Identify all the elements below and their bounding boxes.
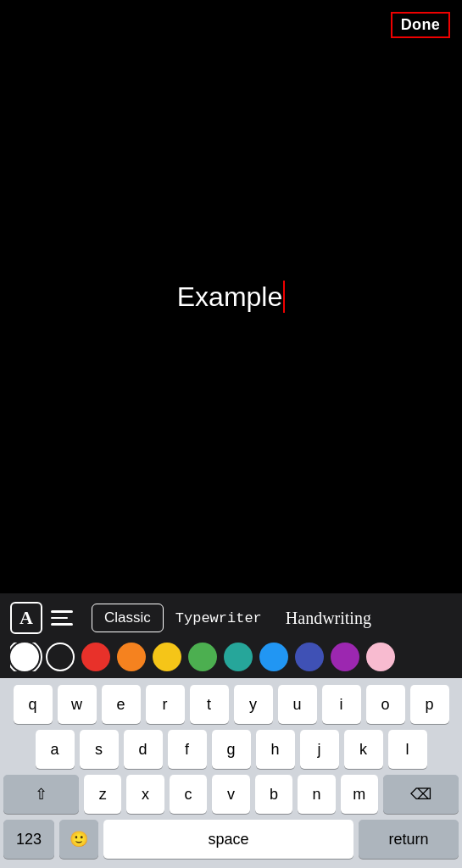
font-icon-label: A <box>19 607 33 629</box>
key-d[interactable]: d <box>124 730 163 769</box>
color-swatch-white-outline[interactable] <box>46 643 75 671</box>
color-swatch-pink[interactable] <box>366 643 395 671</box>
key-r[interactable]: r <box>146 685 185 724</box>
emoji-key[interactable]: 🙂 <box>59 820 98 859</box>
keyboard-area: q w e r t y u i o p a s d f g h j k l ⇧ … <box>0 678 462 868</box>
key-c[interactable]: c <box>170 775 207 814</box>
key-y[interactable]: y <box>234 685 273 724</box>
text-align-button[interactable] <box>51 602 83 634</box>
key-g[interactable]: g <box>212 730 251 769</box>
key-a[interactable]: a <box>36 730 75 769</box>
shift-key[interactable]: ⇧ <box>3 775 79 814</box>
color-row <box>10 643 452 671</box>
key-v[interactable]: v <box>212 775 249 814</box>
keyboard-row-bottom: 123 🙂 space return <box>3 820 459 859</box>
color-swatch-green[interactable] <box>188 643 217 671</box>
key-u[interactable]: u <box>278 685 317 724</box>
key-s[interactable]: s <box>80 730 119 769</box>
key-j[interactable]: j <box>300 730 339 769</box>
font-style-classic[interactable]: Classic <box>92 604 164 632</box>
canvas-area: Done Example <box>0 0 462 593</box>
font-style-typewriter[interactable]: Typewriter <box>164 605 274 632</box>
font-style-handwriting[interactable]: Handwriting <box>274 604 383 633</box>
key-p[interactable]: p <box>410 685 449 724</box>
color-swatch-orange[interactable] <box>117 643 146 671</box>
color-swatch-teal[interactable] <box>224 643 253 671</box>
text-cursor <box>283 281 285 313</box>
delete-key[interactable]: ⌫ <box>383 775 459 814</box>
color-swatch-yellow[interactable] <box>153 643 181 671</box>
space-key[interactable]: space <box>103 820 353 859</box>
color-swatch-red[interactable] <box>81 643 110 671</box>
key-b[interactable]: b <box>255 775 292 814</box>
keyboard-row-1: q w e r t y u i o p <box>3 685 459 724</box>
key-w[interactable]: w <box>58 685 97 724</box>
delete-icon: ⌫ <box>410 785 431 804</box>
key-z[interactable]: z <box>84 775 121 814</box>
key-h[interactable]: h <box>256 730 295 769</box>
return-key[interactable]: return <box>359 820 459 859</box>
align-line-3 <box>51 623 73 626</box>
align-line-1 <box>51 610 73 613</box>
key-t[interactable]: t <box>190 685 229 724</box>
color-swatch-purple[interactable] <box>331 643 359 671</box>
key-e[interactable]: e <box>102 685 141 724</box>
key-o[interactable]: o <box>366 685 405 724</box>
done-button[interactable]: Done <box>391 12 450 38</box>
font-row: A Classic Typewriter Handwriting <box>10 602 452 634</box>
key-i[interactable]: i <box>322 685 361 724</box>
toolbar-area: A Classic Typewriter Handwriting <box>0 593 462 678</box>
color-swatch-blue[interactable] <box>259 643 288 671</box>
key-f[interactable]: f <box>168 730 207 769</box>
key-q[interactable]: q <box>14 685 53 724</box>
key-n[interactable]: n <box>298 775 335 814</box>
numbers-key[interactable]: 123 <box>3 820 54 859</box>
canvas-text: Example <box>177 281 283 313</box>
key-x[interactable]: x <box>126 775 164 814</box>
font-style-toggle-button[interactable]: A <box>10 602 42 634</box>
keyboard-row-3: ⇧ z x c v b n m ⌫ <box>3 775 459 814</box>
text-display: Example <box>177 281 286 313</box>
keyboard-row-2: a s d f g h j k l <box>3 730 459 769</box>
emoji-icon: 🙂 <box>70 830 88 849</box>
align-line-2 <box>51 617 68 620</box>
color-swatch-dark-blue[interactable] <box>295 643 324 671</box>
key-l[interactable]: l <box>388 730 427 769</box>
key-k[interactable]: k <box>344 730 383 769</box>
shift-icon: ⇧ <box>35 785 47 804</box>
key-m[interactable]: m <box>341 775 378 814</box>
font-styles-row: Classic Typewriter Handwriting <box>92 604 452 633</box>
color-swatch-white-filled[interactable] <box>10 643 39 671</box>
